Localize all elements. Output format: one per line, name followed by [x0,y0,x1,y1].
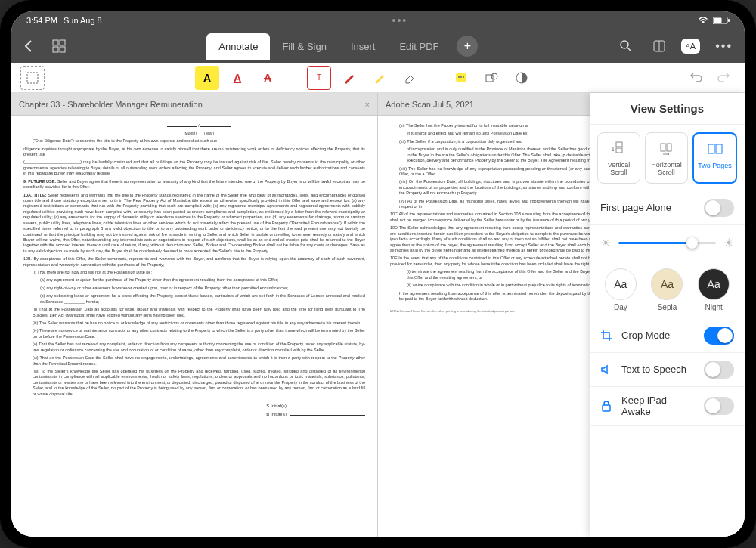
two-pages-icon [697,140,733,159]
vertical-scroll-icon [601,139,637,159]
doc-pane-left: Chapter 33 - Shareholder Manager Remuner… [11,93,378,537]
brightness-high-icon: ☀ [723,236,734,250]
annotation-toolbar: A A A T [11,63,745,93]
svg-rect-20 [616,148,622,153]
tab-editpdf[interactable]: Edit PDF [387,33,451,60]
tab-insert[interactable]: Insert [339,33,388,60]
svg-rect-23 [708,144,714,153]
color-mode-sepia[interactable]: Aa Sepia [651,268,683,311]
status-time: 3:54 PM [26,16,57,25]
svg-rect-25 [603,405,610,411]
marker-tool[interactable] [367,66,392,90]
undo-button[interactable] [684,66,708,90]
toggle-keep-awake[interactable] [704,397,734,415]
lock-icon [600,400,614,412]
speaker-icon [600,364,614,376]
svg-rect-2 [728,19,730,22]
more-button[interactable]: ••• [711,35,737,57]
svg-point-14 [460,76,462,78]
color-tool[interactable] [510,66,534,90]
setting-first-page-alone: First page Alone [590,191,745,225]
add-tab-button[interactable]: + [457,36,478,57]
svg-rect-11 [27,73,38,83]
svg-rect-22 [667,144,671,151]
svg-rect-24 [716,144,722,153]
tab-fillsign[interactable]: Fill & Sign [270,33,339,60]
doc-content-left[interactable]: / (Month) (Year) ("Due Diligence Date") … [11,116,377,537]
content-area: Chapter 33 - Shareholder Manager Remuner… [11,93,745,537]
svg-rect-19 [616,142,622,147]
svg-rect-5 [53,47,58,52]
setting-text-to-speech: Text to Speech [590,353,745,387]
shape-tool[interactable] [479,66,503,90]
mode-vertical-scroll[interactable]: Vertical Scroll [597,132,640,184]
brightness-low-icon: ☀ [600,236,611,250]
color-mode-night[interactable]: Aa Night [698,268,730,311]
svg-rect-21 [661,144,665,151]
setting-keep-awake: Keep iPad Awake [590,387,745,426]
mode-horizontal-scroll[interactable]: Horizontal Scroll [645,132,688,184]
svg-rect-6 [60,47,65,52]
mode-two-pages[interactable]: Two Pages [692,132,737,184]
strikethrough-tool[interactable]: A [256,66,280,90]
main-toolbar: Annotate Fill & Sign Insert Edit PDF + A… [11,29,745,63]
grid-button[interactable] [48,35,70,57]
search-button[interactable] [615,35,637,57]
doc-title-right: Adobe Scan Jul 5, 2021 [386,100,474,109]
tab-annotate[interactable]: Annotate [206,33,270,60]
bookmark-button[interactable] [648,35,671,57]
setting-crop-mode: Crop Mode [590,319,745,353]
close-doc-left[interactable]: × [365,100,370,109]
svg-point-13 [458,76,460,78]
ipad-screen: 3:54 PM Sun Aug 8 ••• Annotate Fill & Si… [11,11,745,537]
horizontal-scroll-icon [649,139,684,159]
select-area-tool[interactable] [20,66,45,90]
status-handle[interactable]: ••• [392,14,408,26]
svg-point-7 [621,41,628,48]
toggle-first-page[interactable] [704,199,734,217]
doc-title-left: Chapter 33 - Shareholder Manager Remuner… [19,100,203,109]
text-settings-button[interactable]: AA [681,39,700,54]
doc-tab-left[interactable]: Chapter 33 - Shareholder Manager Remuner… [11,93,377,116]
battery-icon [713,17,730,24]
text-tool[interactable]: T [307,66,331,90]
ipad-frame: 3:54 PM Sun Aug 8 ••• Annotate Fill & Si… [0,0,756,548]
highlight-tool[interactable]: A [195,66,219,90]
back-button[interactable] [19,35,37,57]
svg-line-8 [627,48,631,51]
svg-point-17 [491,73,497,79]
view-settings-panel: View Settings Vertical Scroll Horizontal… [590,93,745,537]
wifi-icon [698,17,708,24]
toggle-crop-mode[interactable] [704,327,734,345]
color-mode-day[interactable]: Aa Day [605,268,637,311]
svg-rect-4 [60,40,65,45]
pen-tool[interactable] [337,66,361,90]
note-tool[interactable] [449,66,473,90]
brightness-slider[interactable]: ☀ ☀ [590,225,745,261]
status-date: Sun Aug 8 [64,16,102,25]
crop-icon [600,330,614,342]
underline-tool[interactable]: A [225,66,249,90]
eraser-tool[interactable] [398,66,422,90]
view-settings-title: View Settings [590,93,745,125]
svg-point-15 [463,76,464,78]
svg-rect-1 [714,18,722,23]
toggle-tts[interactable] [704,361,734,379]
svg-rect-3 [53,40,58,45]
status-bar: 3:54 PM Sun Aug 8 ••• [11,11,745,29]
redo-button[interactable] [711,66,736,90]
